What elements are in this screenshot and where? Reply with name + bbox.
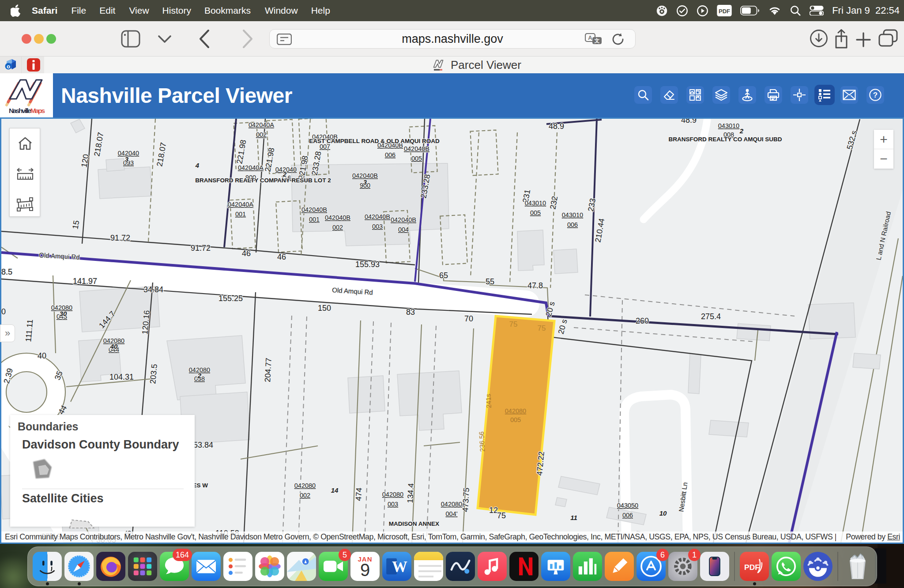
svg-text:75: 75: [497, 511, 506, 520]
svg-text:001: 001: [309, 216, 320, 223]
svg-text:91.72: 91.72: [191, 244, 211, 253]
svg-text:40: 40: [38, 351, 46, 360]
svg-text:004: 004: [398, 226, 409, 233]
svg-text:91.72: 91.72: [110, 234, 130, 242]
svg-text:155.93: 155.93: [355, 260, 380, 269]
svg-text:A: A: [588, 34, 592, 41]
svg-text:203.5: 203.5: [148, 364, 159, 384]
svg-text:W: W: [392, 558, 407, 576]
svg-text:473.75: 473.75: [461, 487, 471, 512]
svg-text:042080: 042080: [382, 491, 403, 498]
svg-text:46: 46: [242, 249, 251, 258]
svg-text:MADISON ANNEX: MADISON ANNEX: [389, 520, 439, 527]
svg-text:53.84: 53.84: [193, 441, 213, 449]
svg-text:75: 75: [509, 320, 518, 328]
svg-text:042080: 042080: [505, 407, 526, 415]
svg-text:8.5: 8.5: [1, 268, 12, 276]
svg-text:11: 11: [570, 514, 577, 521]
svg-text:o: o: [7, 63, 10, 70]
svg-text:46: 46: [277, 253, 286, 261]
svg-text:006: 006: [622, 512, 633, 519]
svg-text:3: 3: [363, 178, 367, 186]
svg-text:15: 15: [71, 219, 81, 230]
svg-text:40: 40: [110, 343, 118, 350]
svg-text:83: 83: [406, 308, 415, 317]
svg-text:PDF: PDF: [744, 563, 760, 572]
svg-text:002: 002: [256, 131, 267, 138]
svg-text:004': 004': [446, 510, 458, 517]
svg-text:042040A: 042040A: [228, 201, 253, 208]
svg-text:4: 4: [195, 162, 200, 169]
svg-text:005: 005: [411, 155, 422, 162]
svg-text:275.4: 275.4: [701, 312, 721, 321]
svg-text:134.4: 134.4: [406, 483, 415, 503]
svg-text:474: 474: [354, 487, 364, 501]
svg-text:文: 文: [594, 38, 600, 44]
svg-text:042040A: 042040A: [249, 121, 274, 128]
svg-text:241s: 241s: [484, 394, 493, 408]
svg-text:BRANSFORD REALTY COMPANY-RESUB: BRANSFORD REALTY COMPANY-RESUB LOT 2: [195, 177, 331, 184]
svg-text:002: 002: [332, 224, 343, 231]
svg-text:10: 10: [659, 509, 667, 517]
svg-text:042040B: 042040B: [365, 213, 390, 220]
svg-text:48.9: 48.9: [681, 119, 697, 124]
svg-text:155.25: 155.25: [218, 294, 243, 303]
svg-text:75: 75: [538, 324, 546, 332]
svg-text:042040B: 042040B: [325, 214, 350, 221]
svg-text:042040B: 042040B: [404, 145, 429, 152]
svg-text:042080: 042080: [294, 482, 316, 489]
svg-text:003: 003: [372, 223, 383, 230]
svg-text:042040B: 042040B: [301, 206, 327, 213]
svg-text:47.8: 47.8: [527, 281, 543, 290]
svg-text:260: 260: [636, 317, 649, 325]
svg-text:65: 65: [439, 271, 448, 280]
svg-text:042040A: 042040A: [238, 164, 264, 171]
svg-text:043010: 043010: [562, 211, 583, 219]
svg-text:2: 2: [197, 372, 202, 379]
svg-text:150: 150: [318, 304, 331, 313]
svg-text:043050: 043050: [617, 502, 638, 509]
svg-text:NashvilleMaps: NashvilleMaps: [9, 107, 45, 114]
svg-text:141.97: 141.97: [73, 277, 97, 286]
svg-text:2: 2: [739, 127, 744, 135]
svg-text:48.9: 48.9: [549, 122, 564, 131]
svg-text:PDF: PDF: [719, 8, 730, 15]
svg-text:043010: 043010: [525, 200, 546, 207]
svg-text:34.84: 34.84: [143, 285, 163, 294]
svg-text:EAST CAMPBELL ROAD & OLD AMQUI: EAST CAMPBELL ROAD & OLD AMQUI ROAD: [309, 138, 440, 144]
svg-text:042080: 042080: [441, 501, 462, 508]
svg-text:006: 006: [385, 151, 396, 158]
svg-text:30: 30: [60, 310, 67, 317]
svg-text:70: 70: [464, 314, 473, 323]
svg-text:3: 3: [125, 155, 129, 163]
svg-text:043010: 043010: [718, 122, 739, 129]
svg-text:14: 14: [331, 486, 339, 494]
svg-text:001: 001: [235, 211, 246, 218]
svg-text:042040B: 042040B: [391, 216, 416, 223]
svg-text:005: 005: [510, 416, 521, 423]
svg-text:104.31: 104.31: [109, 373, 134, 381]
svg-text:204.77: 204.77: [263, 358, 273, 382]
svg-text:006: 006: [567, 221, 578, 228]
svg-text:236.56: 236.56: [478, 431, 486, 452]
svg-text:55: 55: [486, 277, 494, 286]
svg-text:BRANSFORD REALTY CO AMQUI SUBD: BRANSFORD REALTY CO AMQUI SUBD: [668, 136, 782, 143]
svg-text:002: 002: [300, 492, 310, 499]
svg-text:003: 003: [388, 501, 398, 508]
svg-text:0: 0: [1, 307, 6, 316]
svg-text:?: ?: [873, 91, 878, 99]
svg-text:005: 005: [530, 209, 541, 216]
